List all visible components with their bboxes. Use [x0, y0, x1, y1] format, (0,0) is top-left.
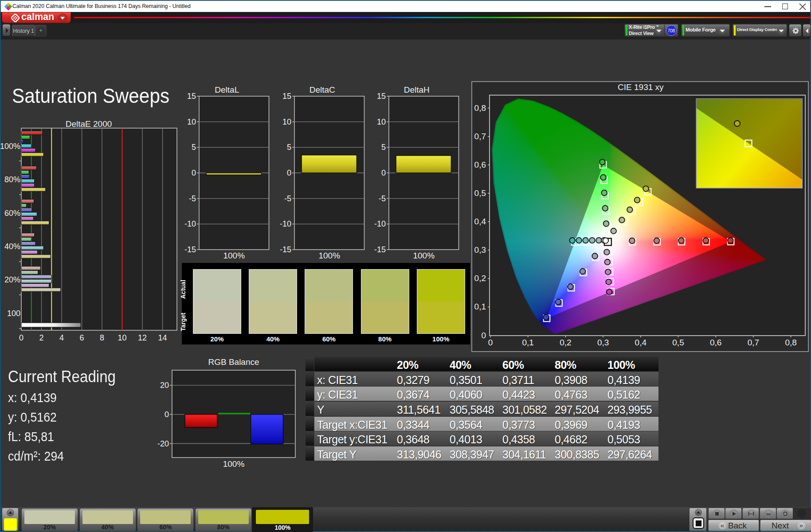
svg-text:10: 10 — [118, 333, 127, 342]
svg-text:10: 10 — [187, 117, 196, 126]
svg-text:14: 14 — [158, 333, 167, 342]
svg-text:15: 15 — [282, 92, 291, 101]
svg-text:-5: -5 — [284, 194, 291, 203]
svg-text:8: 8 — [100, 333, 104, 342]
svg-text:0,8: 0,8 — [474, 103, 486, 113]
svg-text:20%: 20% — [4, 275, 20, 284]
svg-text:-15: -15 — [280, 245, 291, 254]
svg-text:4: 4 — [59, 333, 64, 342]
svg-text:-15: -15 — [374, 245, 386, 254]
svg-text:40%: 40% — [4, 242, 20, 251]
svg-text:DeltaE 2000: DeltaE 2000 — [66, 119, 112, 129]
svg-text:CIE 1931 xy: CIE 1931 xy — [618, 82, 664, 92]
svg-text:0,3: 0,3 — [597, 338, 609, 347]
svg-text:-10: -10 — [374, 219, 386, 228]
svg-text:0,7: 0,7 — [748, 338, 759, 347]
svg-text:15: 15 — [187, 92, 196, 101]
svg-text:100%: 100% — [318, 251, 340, 260]
svg-text:20: 20 — [160, 381, 169, 390]
svg-text:-5: -5 — [379, 194, 386, 203]
svg-text:0,1: 0,1 — [522, 338, 533, 347]
svg-text:-10: -10 — [184, 219, 196, 228]
svg-text:5: 5 — [381, 143, 386, 152]
svg-text:100%: 100% — [223, 459, 245, 469]
svg-text:0: 0 — [19, 333, 24, 342]
svg-text:100: 100 — [7, 309, 20, 318]
svg-text:15: 15 — [377, 92, 386, 101]
svg-text:5: 5 — [192, 143, 196, 152]
svg-text:-5: -5 — [189, 194, 196, 203]
svg-text:0,5: 0,5 — [672, 338, 684, 347]
svg-text:DeltaL: DeltaL — [215, 86, 239, 94]
svg-text:0,4: 0,4 — [635, 338, 647, 347]
svg-text:∞: ∞ — [766, 510, 771, 517]
svg-text:-15: -15 — [184, 245, 196, 254]
svg-text:0,5: 0,5 — [474, 188, 486, 198]
svg-text:0: 0 — [165, 410, 169, 419]
svg-text:12: 12 — [138, 333, 147, 342]
svg-text:80%: 80% — [4, 175, 20, 184]
svg-text:0: 0 — [381, 168, 386, 177]
svg-text:0,6: 0,6 — [474, 160, 486, 169]
svg-text:0,1: 0,1 — [474, 302, 486, 311]
svg-text:DeltaH: DeltaH — [404, 86, 430, 94]
svg-text:0,3: 0,3 — [474, 245, 486, 254]
svg-text:DeltaC: DeltaC — [310, 86, 335, 94]
svg-text:0: 0 — [481, 331, 486, 340]
svg-text:10: 10 — [377, 117, 386, 126]
svg-text:6: 6 — [80, 333, 84, 342]
svg-text:0,2: 0,2 — [560, 338, 571, 347]
svg-text:100%: 100% — [413, 251, 435, 260]
svg-text:0: 0 — [287, 168, 291, 177]
svg-text:0,6: 0,6 — [710, 338, 721, 347]
svg-text:0: 0 — [192, 168, 196, 177]
svg-text:0,4: 0,4 — [474, 217, 486, 226]
svg-text:-20: -20 — [157, 439, 169, 448]
svg-text:5: 5 — [287, 143, 291, 152]
svg-text:100%: 100% — [223, 251, 245, 260]
svg-text:0,2: 0,2 — [474, 274, 486, 283]
svg-text:0: 0 — [488, 338, 493, 347]
svg-text:0,7: 0,7 — [474, 132, 486, 141]
svg-text:2: 2 — [39, 333, 44, 342]
svg-text:-10: -10 — [280, 219, 291, 228]
svg-text:0,8: 0,8 — [785, 338, 796, 347]
svg-text:10: 10 — [282, 117, 291, 126]
svg-text:RGB Balance: RGB Balance — [208, 357, 259, 367]
svg-text:100%: 100% — [0, 142, 20, 151]
svg-text:60%: 60% — [4, 209, 20, 218]
